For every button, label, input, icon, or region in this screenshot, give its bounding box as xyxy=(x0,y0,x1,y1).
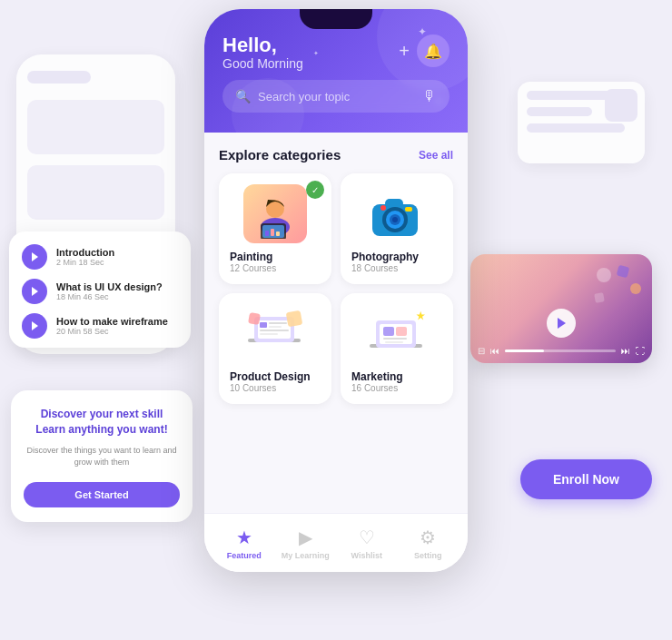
avatar[interactable]: 🔔 xyxy=(417,34,450,67)
cast-icon: ⊟ xyxy=(478,346,485,356)
nav-label-wishlist: Wishlist xyxy=(351,551,382,560)
featured-icon: ★ xyxy=(236,527,252,548)
svg-rect-32 xyxy=(248,312,261,325)
status-check-icon: ✓ xyxy=(306,181,324,199)
star-decoration-1: ✦ xyxy=(418,25,427,38)
svg-rect-12 xyxy=(265,231,269,236)
playlist-duration-3: 20 Min 58 Sec xyxy=(56,327,168,336)
category-grid: ✓ xyxy=(219,173,453,404)
nav-label-featured: Featured xyxy=(227,551,262,560)
category-count-marketing: 16 Courses xyxy=(351,383,398,393)
category-image-marketing xyxy=(365,304,429,363)
fullscreen-icon: ⛶ xyxy=(636,346,645,356)
svg-rect-31 xyxy=(286,310,303,328)
video-play-button[interactable] xyxy=(547,309,576,338)
svg-marker-0 xyxy=(32,252,38,261)
svg-rect-38 xyxy=(383,338,407,340)
play-button-2[interactable] xyxy=(22,279,47,304)
svg-point-5 xyxy=(630,283,641,294)
category-image-photography xyxy=(365,184,429,243)
svg-marker-2 xyxy=(32,321,38,330)
nav-item-featured[interactable]: ★ Featured xyxy=(213,527,275,560)
nav-item-wishlist[interactable]: ♡ Wishlist xyxy=(336,527,398,560)
category-card-marketing[interactable]: Marketing 16 Courses xyxy=(341,293,453,404)
category-card-productdesign[interactable]: Product Design 10 Courses xyxy=(219,293,331,404)
play-button-1[interactable] xyxy=(22,244,47,270)
nav-item-my-learning[interactable]: ▶ My Learning xyxy=(275,527,337,560)
svg-rect-28 xyxy=(269,326,282,328)
setting-icon: ⚙ xyxy=(420,527,436,548)
svg-rect-30 xyxy=(260,333,278,335)
category-card-painting[interactable]: ✓ xyxy=(219,173,331,284)
forward-icon: ⏭ xyxy=(621,346,630,356)
svg-rect-14 xyxy=(276,231,280,236)
svg-rect-36 xyxy=(383,327,394,336)
search-icon: 🔍 xyxy=(235,89,251,103)
svg-rect-27 xyxy=(269,322,287,324)
microphone-icon[interactable]: 🎙 xyxy=(422,88,437,104)
nav-label-setting: Setting xyxy=(414,551,442,560)
nav-label-my-learning: My Learning xyxy=(282,551,330,560)
enroll-now-button[interactable]: Enroll Now xyxy=(520,459,652,499)
playlist-title-3: How to make wireframe xyxy=(56,316,168,327)
playlist-duration-2: 18 Min 46 Sec xyxy=(56,292,163,301)
bell-icon: 🔔 xyxy=(424,43,442,60)
wishlist-icon: ♡ xyxy=(359,527,375,548)
header-actions: + 🔔 xyxy=(399,34,450,67)
svg-rect-4 xyxy=(617,265,630,279)
playlist-item: Introduction 2 Min 18 Sec xyxy=(22,244,178,270)
promo-title: Discover your next skillLearn anything y… xyxy=(24,407,180,438)
category-name-marketing: Marketing xyxy=(351,370,403,383)
category-count-productdesign: 10 Courses xyxy=(230,383,276,393)
svg-marker-1 xyxy=(32,287,38,296)
playlist-title-2: What is UI UX design? xyxy=(56,281,163,292)
promo-card: Discover your next skillLearn anything y… xyxy=(11,390,193,522)
category-name-photography: Photography xyxy=(351,251,419,263)
svg-marker-40 xyxy=(416,311,425,320)
video-progress-fill xyxy=(505,350,544,352)
video-progress-bar[interactable] xyxy=(505,350,616,352)
category-name-productdesign: Product Design xyxy=(230,370,311,383)
category-count-photography: 18 Courses xyxy=(351,263,398,273)
greeting-sub: Good Morning xyxy=(222,56,303,71)
category-count-painting: 12 Courses xyxy=(230,263,276,273)
svg-point-3 xyxy=(597,268,611,282)
phone-notch xyxy=(300,9,372,29)
svg-point-22 xyxy=(380,205,386,211)
background-card-right xyxy=(518,82,645,163)
play-button-3[interactable] xyxy=(22,313,47,339)
add-icon[interactable]: + xyxy=(399,41,410,62)
search-placeholder-text: Search your topic xyxy=(258,90,422,103)
see-all-link[interactable]: See all xyxy=(419,149,453,162)
category-card-photography[interactable]: Photography 18 Courses xyxy=(341,173,453,284)
video-card: ⊟ ⏮ ⏭ ⛶ xyxy=(470,254,652,363)
playlist-duration-1: 2 Min 18 Sec xyxy=(56,258,114,267)
star-decoration-3: ✦ xyxy=(313,50,319,57)
enroll-button-wrapper: Enroll Now xyxy=(520,459,652,499)
search-bar[interactable]: 🔍 Search your topic 🎙 xyxy=(222,80,450,113)
categories-section: Explore categories See all ✓ xyxy=(204,133,468,404)
my-learning-icon: ▶ xyxy=(299,527,312,548)
category-name-painting: Painting xyxy=(230,251,272,263)
rewind-icon: ⏮ xyxy=(490,346,499,356)
section-title: Explore categories xyxy=(219,147,341,162)
phone-body: Explore categories See all ✓ xyxy=(204,133,468,555)
svg-rect-37 xyxy=(396,327,407,336)
svg-rect-13 xyxy=(271,229,274,236)
playlist-item: What is UI UX design? 18 Min 46 Sec xyxy=(22,279,178,304)
bottom-navigation: ★ Featured ▶ My Learning ♡ Wishlist ⚙ Se… xyxy=(204,513,468,572)
header-top-row: Hello, Good Morning + 🔔 xyxy=(222,34,450,71)
playlist-card: Introduction 2 Min 18 Sec What is UI UX … xyxy=(9,231,191,348)
svg-rect-21 xyxy=(405,207,412,212)
get-started-button[interactable]: Get Started xyxy=(24,482,180,507)
svg-rect-29 xyxy=(260,330,289,331)
nav-item-setting[interactable]: ⚙ Setting xyxy=(398,527,460,560)
greeting-hello: Hello, xyxy=(222,34,303,56)
greeting-block: Hello, Good Morning xyxy=(222,34,303,71)
svg-rect-16 xyxy=(385,199,403,208)
playlist-title-1: Introduction xyxy=(56,247,114,258)
svg-marker-7 xyxy=(558,318,566,329)
main-phone: ✦ ✦ ✦ Hello, Good Morning + 🔔 🔍 Search y… xyxy=(204,9,468,572)
svg-rect-39 xyxy=(385,341,403,343)
section-header: Explore categories See all xyxy=(219,147,453,162)
